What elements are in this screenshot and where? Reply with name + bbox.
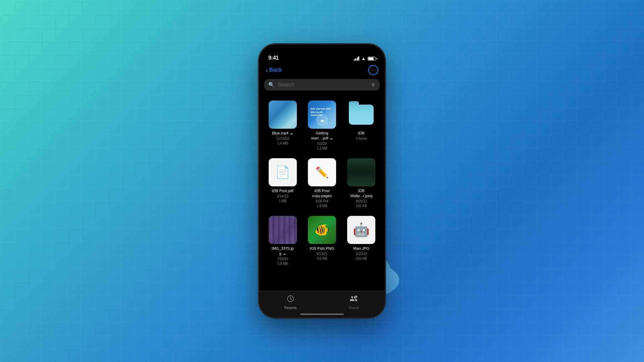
wifi-icon: ▲: [361, 56, 366, 61]
file-thumbnail: 🤖: [347, 216, 375, 244]
file-name: iDB Post.pdf: [272, 188, 293, 193]
file-date: 4 items: [356, 136, 367, 141]
file-item[interactable]: IMG_3375.jpg ☁ 7/25/223.8 MB: [263, 213, 302, 270]
curtain-thumbnail: [269, 216, 297, 244]
screen-content: ‹ Back ··· 🔍 Search 🎙: [259, 64, 385, 318]
file-date: 11/14/221.6 MB: [276, 136, 289, 146]
iphone-screen: 9:41 ▲: [259, 44, 385, 318]
file-name: Blue.mp4 ☁: [272, 131, 293, 136]
signal-icon: [354, 57, 360, 61]
man-icon: 🤖: [353, 222, 370, 238]
file-date: 5/14/231 MB: [277, 194, 288, 203]
file-thumbnail: ✏️: [308, 158, 336, 186]
man-thumbnail: 🤖: [347, 216, 375, 244]
file-item[interactable]: 🤖 Man.JPG 2/15/22100 KB: [342, 213, 381, 270]
file-item[interactable]: 📄 iDB Post.pdf 5/14/231 MB: [263, 155, 302, 213]
wallpaper-thumbnail: [347, 158, 375, 186]
file-name: IMG_3375.jpg ☁: [272, 246, 294, 256]
tab-recents-label: Recents: [284, 306, 297, 310]
file-thumbnail: 📄: [269, 158, 297, 186]
file-item[interactable]: Blue.mp4 ☁ 11/14/221.6 MB: [263, 97, 302, 155]
video-thumbnail: [269, 101, 297, 129]
file-item[interactable]: iDBWallp...r.jpeg 9/26/22142 KB: [342, 155, 381, 213]
folder-thumbnail: [347, 101, 375, 129]
file-name: iOS Fish.PNG: [310, 246, 334, 251]
pdf-doc-icon: 📄: [275, 165, 290, 179]
tab-shared[interactable]: + Shared: [322, 295, 385, 310]
file-thumbnail: [347, 158, 375, 186]
file-thumbnail: [269, 216, 297, 244]
back-button[interactable]: ‹ Back: [266, 67, 282, 73]
search-placeholder: Search: [277, 82, 368, 88]
file-item[interactable]: ✏️ iDB Postcopy.pages 8:00 PM1.8 MB: [302, 155, 341, 213]
file-date: 7/25/223.8 MB: [277, 257, 288, 266]
pdf-cloud-thumbnail: Get started with Microsoft OneDrive ☁: [308, 101, 336, 129]
file-item[interactable]: Get started with Microsoft OneDrive ☁ Ge…: [302, 97, 341, 155]
svg-text:+: +: [355, 296, 357, 298]
file-item[interactable]: iDB 4 items: [342, 97, 381, 155]
iphone-frame: 9:41 ▲: [258, 44, 386, 318]
file-thumbnail: [269, 101, 297, 129]
file-date: 2/15/22100 KB: [356, 252, 367, 261]
nav-header: ‹ Back ···: [259, 64, 385, 78]
file-name: iDB Postcopy.pages: [312, 188, 332, 198]
home-indicator: [300, 313, 344, 315]
tab-recents[interactable]: Recents: [259, 295, 322, 310]
search-icon: 🔍: [268, 82, 275, 88]
file-date: 9/26/22142 KB: [356, 199, 367, 208]
pages-icon: ✏️: [315, 166, 329, 179]
more-button[interactable]: ···: [368, 65, 378, 75]
shared-icon: +: [350, 295, 358, 305]
file-thumbnail: [347, 101, 375, 129]
microphone-icon[interactable]: 🎙: [371, 82, 376, 88]
more-dots-icon: ···: [371, 67, 376, 73]
search-bar[interactable]: 🔍 Search 🎙: [264, 79, 380, 90]
battery-icon: [368, 57, 376, 61]
status-icons: ▲: [354, 56, 376, 61]
file-name: iDB: [358, 131, 365, 136]
pages-thumbnail: ✏️: [308, 158, 336, 186]
file-name: Gettingstart....pdf ☁: [311, 131, 333, 141]
file-thumbnail: Get started with Microsoft OneDrive ☁: [308, 101, 336, 129]
files-grid: Blue.mp4 ☁ 11/14/221.6 MB Get started wi…: [259, 95, 385, 273]
pdf-white-thumbnail: 📄: [269, 158, 297, 186]
file-date: 5/2/221.2 MB: [317, 141, 327, 151]
file-name: iDBWallp...r.jpeg: [350, 188, 372, 198]
tab-shared-label: Shared: [348, 306, 359, 310]
tab-bar: Recents + Shared: [259, 291, 385, 318]
folder-shape: [349, 105, 374, 125]
file-date: 9/13/213.6 MB: [316, 252, 327, 261]
recents-icon: [286, 295, 294, 305]
file-date: 8:00 PM1.8 MB: [316, 199, 328, 208]
fish-thumbnail: 🐠: [308, 216, 336, 244]
file-item[interactable]: 🐠 iOS Fish.PNG 9/13/213.6 MB: [302, 213, 341, 270]
fish-icon: 🐠: [314, 223, 329, 237]
back-chevron-icon: ‹: [266, 67, 268, 73]
file-name: Man.JPG: [353, 246, 369, 251]
file-thumbnail: 🐠: [308, 216, 336, 244]
back-label: Back: [269, 67, 282, 73]
dynamic-island: [302, 49, 342, 60]
scene: 9:41 ▲: [258, 44, 386, 318]
